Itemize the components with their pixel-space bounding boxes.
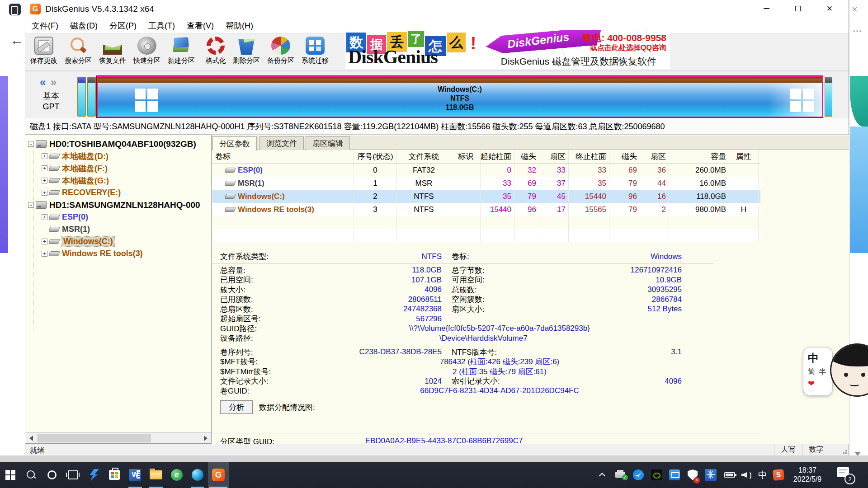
- tray-sogou[interactable]: S: [770, 462, 787, 488]
- nav-left-icon[interactable]: «: [40, 76, 46, 88]
- start-button[interactable]: [0, 462, 21, 488]
- menu-view[interactable]: 查看(V): [187, 20, 214, 31]
- detail-row: 簇大小:4096 总簇数:30935295: [220, 285, 714, 295]
- taskbar-app-lightning[interactable]: [83, 462, 104, 488]
- partition-detail-pane: 分区参数 浏览文件 扇区编辑 卷标 序号(状态) 文件系统 标识 起始柱面 磁头…: [212, 135, 849, 444]
- save-changes-button[interactable]: 保存更改: [27, 37, 61, 69]
- diskgenius-taskbar-button[interactable]: G: [208, 462, 229, 488]
- tray-expand-button[interactable]: [595, 462, 611, 488]
- back-arrow-icon[interactable]: ←: [10, 33, 24, 48]
- tree-horizontal-scrollbar[interactable]: [26, 432, 211, 443]
- partition-graphic-panel: « » 基本 GPT Windows(C:) NTFS 118.0GB: [25, 71, 849, 118]
- menu-disk[interactable]: 磁盘(D): [70, 20, 98, 31]
- recover-files-button[interactable]: 恢复文件: [96, 37, 129, 69]
- table-row-windows-re[interactable]: Windows RE tools(3) 3 NTFS 15440 96 17 1…: [212, 203, 760, 216]
- menu-partition[interactable]: 分区(P): [109, 20, 137, 31]
- taskbar-search-button[interactable]: [21, 462, 42, 488]
- tree-item-recovery-e[interactable]: + RECOVERY(E:): [25, 187, 211, 199]
- tree-item-esp[interactable]: + ESP(0): [25, 211, 211, 223]
- menu-file[interactable]: 文件(F): [32, 20, 58, 31]
- edge-button[interactable]: [187, 462, 208, 488]
- partition-block-esp[interactable]: [77, 77, 86, 117]
- quick-partition-button[interactable]: 快速分区: [130, 37, 164, 69]
- table-row-esp[interactable]: ESP(0) 0 FAT32 0 32 33 33 69 36 260.0MB: [212, 164, 760, 177]
- new-partition-button[interactable]: 新建分区: [165, 37, 198, 69]
- task-view-button[interactable]: [62, 462, 83, 488]
- search-partition-button[interactable]: 搜索分区: [61, 37, 95, 69]
- tray-battery[interactable]: [721, 462, 739, 488]
- tab-partition-params[interactable]: 分区参数: [212, 136, 257, 150]
- tree-item-windows-c[interactable]: + Windows(C:): [25, 235, 211, 248]
- system-migration-button[interactable]: 系统迁移: [298, 37, 332, 69]
- printer-icon: [615, 472, 625, 478]
- word-button[interactable]: W: [125, 462, 146, 488]
- tree-item-windows-re[interactable]: + Windows RE tools(3): [25, 248, 211, 260]
- scrollbar-thumb[interactable]: [38, 434, 151, 442]
- menu-help[interactable]: 帮助(H): [226, 20, 253, 31]
- expand-icon[interactable]: +: [42, 153, 47, 159]
- tray-thunder[interactable]: [629, 462, 647, 488]
- background-close-icon[interactable]: ×: [852, 4, 858, 15]
- disk-info-text: 磁盘1 接口:SATA 型号:SAMSUNGMZNLN128HAHQ-000H1…: [30, 121, 665, 132]
- tab-browse-files[interactable]: 浏览文件: [259, 136, 304, 150]
- ime-floating-widget[interactable]: 中 简 半 ❤: [803, 347, 833, 396]
- tray-snowflake-app[interactable]: [702, 462, 720, 488]
- disk-type-label: 基本 GPT: [35, 90, 67, 112]
- microsoft-store-button[interactable]: [104, 462, 125, 488]
- tree-item-local-g[interactable]: + 本地磁盘(G:): [25, 174, 211, 187]
- tree-item-local-f[interactable]: + 本地磁盘(F:): [25, 162, 211, 174]
- close-button[interactable]: ×: [819, 0, 840, 17]
- table-row-msr[interactable]: MSR(1) 1 MSR 33 69 37 35 79 44 16.0MB: [212, 177, 760, 190]
- format-button[interactable]: 格式化: [199, 37, 232, 69]
- expand-icon[interactable]: +: [42, 239, 47, 244]
- expand-icon[interactable]: +: [42, 165, 47, 171]
- status-bar: 就绪 大写 数字: [25, 444, 849, 455]
- search-icon: [26, 469, 37, 480]
- tray-printer[interactable]: [611, 462, 629, 488]
- expand-icon[interactable]: +: [42, 214, 47, 220]
- taskbar-clock[interactable]: 18:37 2022/5/9: [786, 462, 829, 488]
- tray-nvidia[interactable]: [647, 462, 665, 488]
- tree-item-hd0[interactable]: - HD0:TOSHIBAMQ04ABF100(932GB): [25, 138, 211, 150]
- partition-block-msr[interactable]: [87, 77, 96, 117]
- partition-block-windows-c[interactable]: Windows(C:) NTFS 118.0GB: [97, 76, 823, 117]
- scroll-left-icon[interactable]: [26, 433, 37, 443]
- tree-item-hd1[interactable]: - HD1:SAMSUNGMZNLN128HAHQ-000: [25, 199, 211, 211]
- scroll-right-icon[interactable]: [200, 433, 211, 443]
- expand-icon[interactable]: +: [42, 178, 47, 183]
- tray-volume[interactable]: [739, 462, 755, 488]
- collapse-icon[interactable]: -: [28, 141, 34, 147]
- partition-icon: [224, 194, 236, 199]
- table-row-empty: [212, 216, 760, 229]
- expand-icon[interactable]: +: [42, 251, 47, 257]
- delete-partition-button[interactable]: 删除分区: [230, 37, 263, 69]
- table-row-windows-c-selected[interactable]: Windows(C:) 2 NTFS 35 79 45 15440 96 16 …: [212, 190, 760, 203]
- tree-item-msr[interactable]: MSR(1): [25, 223, 211, 235]
- tray-defender[interactable]: ×: [684, 462, 702, 488]
- nav-right-icon[interactable]: »: [51, 76, 57, 88]
- tray-intel-graphics[interactable]: [665, 462, 684, 488]
- maximize-icon: [795, 6, 801, 11]
- expand-icon[interactable]: +: [42, 190, 47, 196]
- cortana-button[interactable]: [42, 462, 62, 488]
- browser-green-button[interactable]: e: [166, 462, 187, 488]
- ad-banner[interactable]: 数 据 丢 了 怎 么 ! DiskGenius DiskGenius 致电: …: [345, 30, 670, 69]
- collapse-icon[interactable]: -: [28, 202, 34, 208]
- minimize-button[interactable]: [756, 0, 777, 17]
- partition-block-re-tools[interactable]: [825, 77, 832, 117]
- analyze-button[interactable]: 分析: [220, 400, 253, 414]
- table-row-empty: [212, 229, 760, 242]
- resize-grip[interactable]: [840, 447, 847, 454]
- file-explorer-button[interactable]: [146, 462, 166, 488]
- avatar-eye: [844, 373, 848, 377]
- tray-ime-mode[interactable]: 中: [755, 462, 770, 488]
- menu-tools[interactable]: 工具(T): [148, 20, 175, 31]
- wallpaper-blue-patch: [850, 127, 868, 253]
- background-more-icon[interactable]: ⋯: [853, 25, 862, 36]
- background-app-icon: [9, 4, 21, 15]
- backup-partition-button[interactable]: 备份分区: [264, 37, 297, 69]
- tree-item-local-d[interactable]: + 本地磁盘(D:): [25, 150, 211, 162]
- maximize-button[interactable]: [788, 0, 808, 17]
- tab-sector-edit[interactable]: 扇区编辑: [306, 136, 350, 150]
- banner-qq-link[interactable]: 或点击此处选择QQ咨询: [590, 43, 666, 53]
